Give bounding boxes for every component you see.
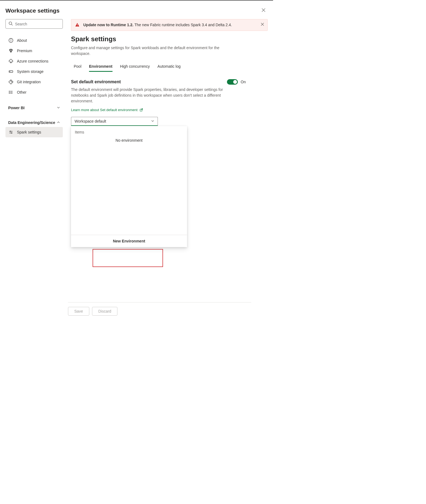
dropdown-empty-text: No environment <box>71 136 187 143</box>
svg-point-21 <box>9 92 10 93</box>
new-environment-button[interactable]: New Environment <box>71 235 187 247</box>
section-label: Power BI <box>8 106 25 110</box>
alert-close-icon[interactable] <box>261 22 264 28</box>
sidebar-item-label: System storage <box>17 69 43 74</box>
spark-settings-title: Spark settings <box>71 35 268 43</box>
storage-icon <box>8 69 14 74</box>
learn-more-link[interactable]: Learn more about Set default environment <box>71 108 143 112</box>
chevron-up-icon <box>57 121 60 125</box>
sidebar-item-storage[interactable]: System storage <box>5 66 63 77</box>
environment-dropdown[interactable]: Workspace default <box>71 117 158 126</box>
sidebar-section-powerbi[interactable]: Power BI <box>5 103 63 112</box>
sidebar-item-label: Azure connections <box>17 59 48 63</box>
default-env-title: Set default environment <box>71 79 121 84</box>
default-env-desc: The default environment will provide Spa… <box>71 87 224 104</box>
sidebar-item-azure[interactable]: Azure connections <box>5 56 63 66</box>
dropdown-section-label: Items <box>71 126 187 136</box>
svg-rect-29 <box>77 24 78 25</box>
sidebar-item-label: About <box>17 38 27 43</box>
runtime-alert: Update now to Runtime 1.2. The new Fabri… <box>71 19 268 31</box>
sidebar-item-other[interactable]: Other <box>5 87 63 97</box>
svg-point-28 <box>11 132 12 133</box>
svg-point-19 <box>9 91 10 91</box>
toggle-state-label: On <box>241 80 246 84</box>
svg-point-26 <box>10 131 11 132</box>
search-icon <box>8 21 13 26</box>
svg-line-3 <box>11 24 13 25</box>
save-button[interactable]: Save <box>68 307 89 316</box>
tab-automatic-log[interactable]: Automatic log <box>158 61 181 71</box>
default-env-toggle[interactable] <box>227 79 238 85</box>
svg-point-2 <box>9 22 12 25</box>
external-link-icon <box>139 108 143 112</box>
sidebar-item-label: Other <box>17 90 26 94</box>
svg-point-6 <box>11 39 11 40</box>
sidebar-section-data[interactable]: Data Engineering/Science <box>5 118 63 127</box>
sidebar-item-label: Spark settings <box>17 130 41 134</box>
cloud-icon <box>8 59 14 64</box>
discard-button[interactable]: Discard <box>92 307 117 316</box>
diamond-icon <box>8 48 14 53</box>
warning-icon <box>75 23 79 27</box>
sidebar-item-label: Premium <box>17 49 32 53</box>
alert-text: Update now to Runtime 1.2. The new Fabri… <box>83 23 232 27</box>
sidebar-item-spark-settings[interactable]: Spark settings <box>5 127 63 137</box>
list-icon <box>8 90 14 95</box>
svg-point-23 <box>9 93 10 94</box>
chevron-down-icon <box>151 119 154 123</box>
environment-dropdown-panel: Items No environment New Environment <box>71 126 187 247</box>
section-label: Data Engineering/Science <box>8 120 55 125</box>
svg-rect-30 <box>77 26 78 26</box>
page-title: Workspace settings <box>5 7 60 14</box>
sliders-icon <box>8 130 14 135</box>
sidebar-item-premium[interactable]: Premium <box>5 46 63 56</box>
tab-environment[interactable]: Environment <box>89 61 113 71</box>
sidebar-item-label: Git integration <box>17 80 41 84</box>
sidebar-item-git[interactable]: Git integration <box>5 77 63 87</box>
tab-high-concurrency[interactable]: High concurrency <box>120 61 150 71</box>
git-icon <box>8 79 14 84</box>
tab-pool[interactable]: Pool <box>74 61 81 71</box>
search-input[interactable] <box>5 19 63 29</box>
dropdown-value: Workspace default <box>75 119 106 123</box>
search-field[interactable] <box>15 22 60 26</box>
spark-settings-desc: Configure and manage settings for Spark … <box>71 45 232 57</box>
svg-point-14 <box>10 71 10 72</box>
chevron-down-icon <box>57 106 60 110</box>
sidebar-item-about[interactable]: About <box>5 35 63 46</box>
annotation-highlight <box>93 249 163 267</box>
close-icon[interactable] <box>261 7 267 14</box>
info-icon <box>8 38 14 43</box>
